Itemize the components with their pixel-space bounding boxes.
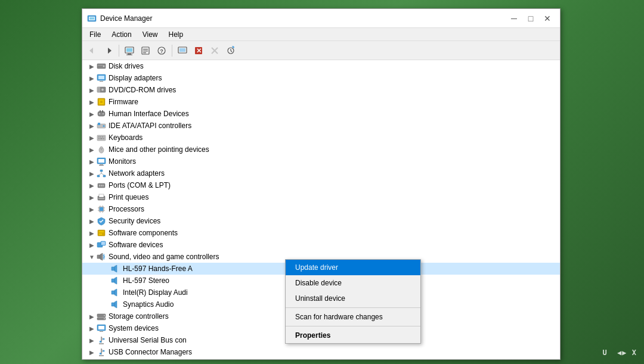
disk-drives-label: Disk drives [109, 62, 144, 70]
synaptics-audio-label: Synaptics Audio [123, 300, 174, 309]
expand-icon: ▶ [87, 157, 97, 166]
tree-item-network[interactable]: ▶ Network adapters [82, 167, 560, 179]
display-button[interactable] [175, 43, 190, 58]
usb-icon [97, 335, 106, 345]
x-button[interactable] [207, 43, 222, 58]
svg-rect-71 [100, 207, 103, 211]
expand-icon: ▶ [87, 133, 97, 142]
svg-marker-3 [89, 48, 93, 54]
tree-item-processors[interactable]: ▶ Processors [82, 203, 560, 215]
watermark: U ◀▶ X [602, 349, 637, 357]
expand-icon: ▶ [87, 323, 97, 333]
menu-bar: File Action View Help [82, 28, 560, 41]
tree-item-ide[interactable]: ▶ IDE ATA/ATAPI controllers [82, 120, 560, 132]
svg-rect-35 [100, 110, 101, 113]
svg-rect-16 [179, 48, 185, 52]
svg-rect-43 [98, 136, 100, 138]
desktop: Device Manager ─ □ ✕ File Action View He… [0, 0, 644, 364]
ctx-separator-1 [286, 307, 420, 308]
svg-rect-11 [143, 51, 148, 51]
menu-action[interactable]: Action [107, 29, 136, 40]
back-button[interactable] [85, 43, 100, 58]
svg-rect-54 [98, 159, 104, 163]
tree-item-software-components[interactable]: ▶ Software components [82, 227, 560, 239]
tree-item-software-devices[interactable]: ▶ Software devices [82, 239, 560, 251]
svg-point-100 [103, 350, 105, 352]
ctx-update-driver[interactable]: Update driver [286, 260, 420, 275]
tree-item-disk-drives[interactable]: ▶ Disk drives [82, 60, 560, 72]
close-button[interactable]: ✕ [540, 13, 555, 24]
help-button[interactable]: ? [154, 43, 169, 58]
expand-icon: ▶ [87, 109, 97, 119]
svg-rect-88 [112, 279, 114, 282]
tree-item-dvd[interactable]: ▶ DVD/CD-ROM drives [82, 84, 560, 96]
monitors-icon [97, 157, 106, 166]
properties-button[interactable] [138, 43, 153, 58]
menu-view[interactable]: View [138, 29, 163, 40]
svg-rect-44 [100, 136, 101, 138]
tree-item-mice[interactable]: ▶ Mice and other pointing devices [82, 144, 560, 155]
display-adapters-icon [97, 73, 106, 83]
tree-item-display-adapters[interactable]: ▶ Display adapters [82, 72, 560, 84]
scan-button[interactable] [223, 43, 239, 58]
system-icon [97, 323, 106, 333]
forward-button[interactable] [101, 43, 116, 58]
tree-item-keyboards[interactable]: ▶ Keyboards [82, 132, 560, 144]
tree-item-hid[interactable]: ▶ Human Interface Devices [82, 108, 560, 120]
expand-icon: ▶ [87, 121, 97, 130]
storage-icon [97, 312, 106, 321]
svg-rect-81 [99, 231, 104, 232]
ctx-disable-device[interactable]: Disable device [286, 275, 420, 291]
maximize-button[interactable]: □ [523, 13, 538, 24]
svg-rect-40 [98, 123, 100, 125]
tree-item-security[interactable]: ▶ Security devices [82, 215, 560, 227]
tree-item-usb-connector[interactable]: ▶ USB Connector Managers [82, 346, 560, 358]
svg-rect-65 [101, 185, 102, 186]
expand-icon: ▶ [87, 73, 97, 83]
svg-marker-4 [108, 48, 112, 54]
ctx-uninstall-device[interactable]: Uninstall device [286, 291, 420, 306]
ctx-properties[interactable]: Properties [286, 328, 420, 343]
display-adapters-label: Display adapters [109, 74, 162, 82]
expand-icon: ▶ [87, 97, 97, 107]
hid-label: Human Interface Devices [109, 110, 189, 118]
network-icon [97, 169, 106, 178]
svg-rect-49 [103, 138, 104, 139]
tree-item-firmware[interactable]: ▶ Firmware [82, 96, 560, 108]
svg-rect-6 [126, 48, 132, 52]
hid-icon [97, 109, 106, 119]
toolbar-sep-1 [119, 45, 119, 57]
firmware-icon [97, 97, 106, 107]
window-icon [87, 14, 97, 23]
software-devices-icon [97, 240, 106, 250]
computer-button[interactable] [122, 43, 137, 58]
ports-icon [97, 181, 106, 190]
svg-rect-27 [100, 81, 103, 82]
expand-icon: ▶ [87, 145, 97, 154]
tree-item-print-queues[interactable]: ▶ Print queues [82, 191, 560, 203]
title-bar: Device Manager ─ □ ✕ [82, 9, 560, 28]
svg-rect-87 [112, 267, 114, 270]
svg-rect-97 [100, 331, 103, 332]
svg-point-23 [103, 66, 105, 67]
svg-point-94 [104, 318, 105, 319]
svg-rect-48 [100, 138, 103, 139]
svg-point-37 [99, 113, 100, 114]
expand-icon: ▶ [87, 204, 97, 214]
minimize-button[interactable]: ─ [506, 13, 522, 24]
menu-file[interactable]: File [85, 29, 106, 40]
tree-item-ports[interactable]: ▶ Ports (COM & LPT) [82, 179, 560, 191]
svg-rect-47 [98, 138, 100, 139]
software-components-icon [97, 228, 106, 238]
svg-rect-42 [97, 135, 106, 141]
tree-item-monitors[interactable]: ▶ Monitors [82, 155, 560, 167]
synaptics-audio-icon [111, 300, 120, 309]
remove-button[interactable]: ✕ [191, 43, 206, 58]
software-devices-label: Software devices [109, 241, 163, 249]
sound-label: Sound, video and game controllers [109, 253, 219, 261]
svg-rect-29 [97, 87, 100, 92]
menu-help[interactable]: Help [164, 29, 188, 40]
svg-text:✕: ✕ [196, 47, 202, 54]
svg-point-30 [101, 89, 104, 91]
ctx-scan-hardware[interactable]: Scan for hardware changes [286, 309, 420, 325]
